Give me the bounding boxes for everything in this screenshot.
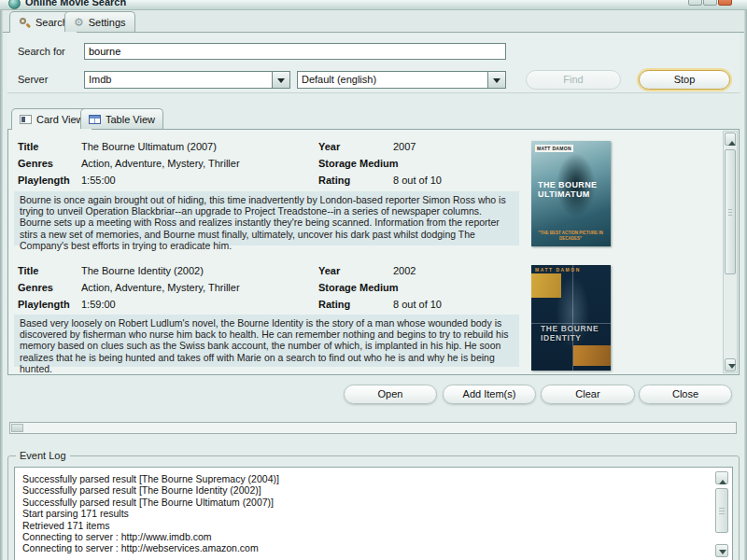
field-label-title: Title xyxy=(18,265,38,276)
poster-art-block xyxy=(531,273,561,298)
search-tab-panel: Search for Server Imdb Default (english)… xyxy=(3,33,744,560)
field-label-playlength: Playlength xyxy=(18,299,70,310)
search-icon xyxy=(19,17,31,29)
field-label-storage: Storage Medium xyxy=(318,282,399,293)
field-label-genres: Genres xyxy=(18,282,53,293)
add-items-button[interactable]: Add Item(s) xyxy=(443,385,536,404)
scroll-up-icon[interactable] xyxy=(715,471,728,484)
poster-title-text: THE BOURNE ULTIMATUM xyxy=(538,180,603,199)
tab-search-label: Search xyxy=(35,17,68,28)
title-bar[interactable]: Online Movie Search xyxy=(0,0,747,10)
close-window-button[interactable] xyxy=(718,0,732,6)
movie-poster: MATT DAMON THE BOURNE IDENTITY xyxy=(531,265,611,371)
scroll-up-icon[interactable] xyxy=(725,133,736,146)
server-select[interactable]: Imdb xyxy=(84,71,290,89)
card-view-icon xyxy=(20,115,32,124)
poster-actor-text: MATT DAMON xyxy=(535,145,573,152)
log-line: Connecting to server : http://webservice… xyxy=(15,542,732,553)
open-button[interactable]: Open xyxy=(344,385,437,404)
log-line: Start parsing 171 results xyxy=(15,508,732,519)
minimize-button[interactable] xyxy=(688,0,702,6)
chevron-down-icon[interactable] xyxy=(487,72,505,88)
event-log-scrollbar-thumb[interactable] xyxy=(715,488,728,533)
movie-playlength: 1:55:00 xyxy=(81,175,116,186)
movie-year: 2007 xyxy=(393,141,416,152)
event-log-group: Event Log Successfully parsed result [Th… xyxy=(7,455,740,560)
scroll-down-icon[interactable] xyxy=(725,358,736,371)
field-label-year: Year xyxy=(318,141,340,152)
search-form: Search for Server Imdb Default (english)… xyxy=(7,34,740,93)
movie-year: 2002 xyxy=(393,265,416,276)
poster-tagline-text: "THE BEST ACTION PICTURE IN DECADES" xyxy=(537,231,604,241)
movie-rating: 8 out of 10 xyxy=(393,175,442,186)
server-select-value: Imdb xyxy=(89,74,269,85)
search-for-label: Search for xyxy=(18,46,65,57)
log-line: Successfully parsed result [The Bourne S… xyxy=(15,473,732,484)
poster-title-text: THE BOURNE IDENTITY xyxy=(541,325,602,343)
stop-button[interactable]: Stop xyxy=(639,70,730,90)
movie-poster: MATT DAMON THE BOURNE ULTIMATUM "THE BES… xyxy=(531,141,611,246)
movie-description: Based very loosely on Robert Ludlum's no… xyxy=(14,315,519,367)
results-scrollbar-thumb[interactable] xyxy=(725,149,736,274)
clear-button[interactable]: Clear xyxy=(541,385,635,404)
movie-description: Bourne is once again brought out of hidi… xyxy=(14,191,519,245)
app-icon xyxy=(8,0,21,9)
server-label: Server xyxy=(18,74,48,85)
log-line: Successfully parsed result [The Bourne U… xyxy=(15,497,732,508)
language-select[interactable]: Default (english) xyxy=(297,71,506,89)
field-label-storage: Storage Medium xyxy=(318,158,399,169)
event-log-scrollbar[interactable] xyxy=(714,471,729,557)
field-label-genres: Genres xyxy=(18,158,53,169)
language-select-value: Default (english) xyxy=(302,74,485,85)
field-label-rating: Rating xyxy=(318,175,350,186)
field-label-playlength: Playlength xyxy=(18,175,70,186)
chevron-down-icon[interactable] xyxy=(272,72,289,88)
window-frame-left xyxy=(0,10,3,560)
field-label-title: Title xyxy=(18,141,38,152)
poster-crosshair xyxy=(572,265,573,371)
tab-card-view-label: Card View xyxy=(36,114,84,125)
search-input[interactable] xyxy=(84,43,506,60)
scroll-down-icon[interactable] xyxy=(715,544,728,557)
table-view-icon xyxy=(89,115,101,124)
results-card-view: Title The Bourne Ultimatum (2007) Genres… xyxy=(7,129,740,375)
log-line: Connecting to server : http://www.imdb.c… xyxy=(15,531,732,542)
movie-playlength: 1:59:00 xyxy=(81,299,116,310)
maximize-button[interactable] xyxy=(703,0,717,6)
poster-art-block xyxy=(573,345,611,366)
field-label-rating: Rating xyxy=(318,299,350,310)
window-title: Online Movie Search xyxy=(25,0,126,7)
log-line: Successfully parsed result [The Bourne I… xyxy=(15,484,732,496)
progress-thumb xyxy=(11,424,23,432)
progress-bar xyxy=(9,422,737,434)
movie-title: The Bourne Identity (2002) xyxy=(81,265,204,276)
field-label-year: Year xyxy=(318,265,340,276)
movie-rating: 8 out of 10 xyxy=(393,299,442,310)
movie-genres: Action, Adventure, Mystery, Thriller xyxy=(81,282,240,293)
gear-icon: ⚙ xyxy=(74,17,84,28)
movie-title: The Bourne Ultimatum (2007) xyxy=(81,141,217,152)
find-button[interactable]: Find xyxy=(526,70,621,90)
event-log-title: Event Log xyxy=(16,450,70,461)
tab-table-view[interactable]: Table View xyxy=(80,108,163,129)
poster-actor-text: MATT DAMON xyxy=(535,267,581,273)
tab-settings[interactable]: ⚙ Settings xyxy=(64,11,135,32)
close-button[interactable]: Close xyxy=(639,385,732,404)
results-scrollbar[interactable] xyxy=(723,131,738,373)
event-log-box: Successfully parsed result [The Bourne S… xyxy=(14,467,733,560)
online-movie-search-window: { "window": { "title": "Online Movie Sea… xyxy=(0,0,747,560)
tab-table-view-label: Table View xyxy=(106,114,155,125)
tab-settings-label: Settings xyxy=(89,17,126,28)
movie-genres: Action, Adventure, Mystery, Thriller xyxy=(81,158,240,169)
log-line: Retrieved 171 items xyxy=(15,520,732,531)
